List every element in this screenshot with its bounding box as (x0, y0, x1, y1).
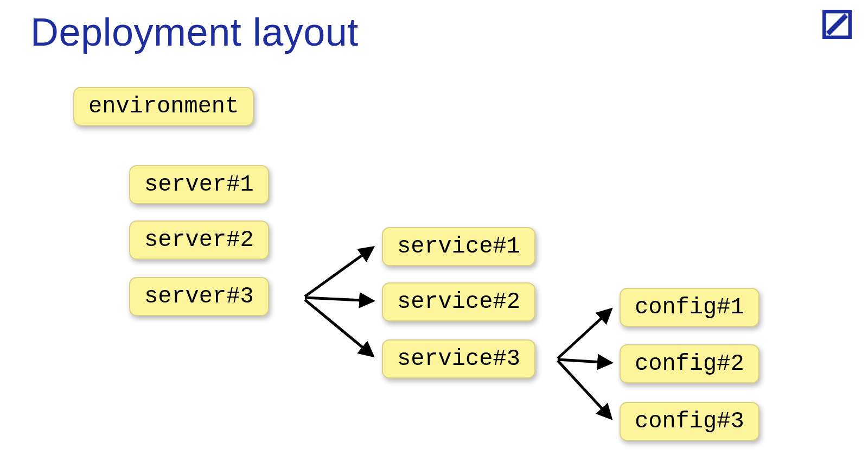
node-service-1: service#1 (382, 227, 535, 266)
node-server-3: server#3 (129, 277, 269, 316)
slide: Deployment layout environment server#1 s… (0, 0, 868, 454)
node-config-3: config#3 (620, 402, 760, 441)
node-server-1: server#1 (129, 165, 269, 204)
svg-line-7 (558, 361, 611, 418)
svg-line-1 (828, 15, 846, 34)
svg-line-6 (558, 360, 611, 363)
db-logo-icon (822, 10, 852, 39)
node-server-2: server#2 (129, 220, 269, 260)
svg-line-5 (558, 310, 611, 358)
node-config-1: config#1 (620, 288, 760, 327)
node-service-3: service#3 (382, 339, 535, 379)
svg-line-2 (305, 248, 373, 297)
svg-line-3 (305, 298, 373, 301)
node-service-2: service#2 (382, 282, 535, 321)
node-environment: environment (73, 87, 254, 126)
svg-line-4 (305, 300, 373, 356)
node-config-2: config#2 (620, 344, 760, 383)
slide-title: Deployment layout (30, 10, 359, 54)
